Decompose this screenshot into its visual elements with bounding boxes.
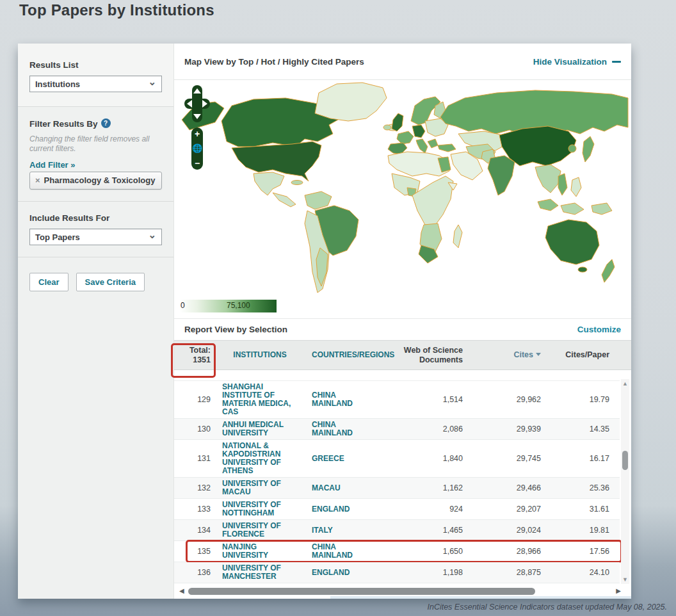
documents-cell: 1,840 — [395, 454, 465, 463]
cites-per-paper-cell: 14.35 — [549, 425, 618, 434]
customize-link[interactable]: Customize — [577, 325, 621, 334]
table-row[interactable]: 134 UNIVERSITY OF FLORENCE ITALY 1,465 2… — [174, 520, 620, 541]
chevron-down-icon: ⌄ — [148, 79, 156, 85]
results-list-value: Institutions — [35, 79, 80, 89]
country-link[interactable]: MACAU — [312, 484, 395, 492]
country-link[interactable]: GREECE — [312, 455, 395, 463]
country-link[interactable]: CHINA MAINLAND — [312, 421, 395, 437]
rank-cell: 131 — [174, 454, 222, 463]
country-link[interactable]: CHINA MAINLAND — [312, 543, 395, 560]
include-results-value: Top Papers — [35, 232, 80, 242]
table-row[interactable]: 135 NANJING UNIVERSITY CHINA MAINLAND 1,… — [174, 541, 620, 562]
results-table-body: 129 SHANGHAI INSTITUTE OF MATERIA MEDICA… — [174, 370, 620, 583]
hide-visualization-link[interactable]: Hide Visualization — [533, 57, 621, 67]
remove-filter-icon[interactable]: × — [35, 175, 40, 185]
pan-right-icon[interactable] — [202, 100, 207, 108]
report-view-header: Report View by Selection Customize — [174, 318, 631, 340]
globe-icon[interactable]: 🌐 — [192, 144, 202, 153]
country-link[interactable]: ENGLAND — [312, 505, 395, 514]
sort-descending-icon — [536, 353, 541, 356]
filter-tag-label: Pharmacology & Toxicology — [44, 175, 156, 185]
dataset-update-note: InCites Essential Science Indicators dat… — [427, 603, 667, 612]
minus-icon — [612, 61, 621, 63]
rank-cell: 133 — [174, 505, 222, 514]
help-icon[interactable]: ? — [101, 118, 111, 128]
documents-cell: 2,086 — [395, 425, 465, 434]
column-header-documents[interactable]: Web of ScienceDocuments — [395, 346, 465, 365]
institution-link[interactable]: UNIVERSITY OF FLORENCE — [222, 522, 312, 539]
cites-cell: 29,939 — [465, 425, 549, 434]
add-filter-link[interactable]: Add Filter » — [29, 160, 162, 170]
column-header-institutions[interactable]: Institutions — [222, 351, 312, 359]
cites-per-paper-cell: 25.36 — [549, 483, 618, 492]
institution-link[interactable]: ANHUI MEDICAL UNIVERSITY — [222, 421, 312, 437]
sidebar: Results List Institutions ⌄ Filter Resul… — [18, 44, 174, 599]
filter-tag-pharmacology[interactable]: × Pharmacology & Toxicology — [29, 172, 162, 190]
actions-section: Clear Save Criteria — [18, 257, 173, 303]
cites-per-paper-cell: 24.10 — [549, 568, 618, 577]
documents-cell: 1,465 — [395, 526, 465, 535]
table-row[interactable]: 132 UNIVERSITY OF MACAU MACAU 1,162 29,4… — [174, 478, 620, 499]
documents-cell: 1,650 — [395, 547, 465, 556]
rank-cell: 132 — [174, 483, 222, 492]
table-header-row: Total: 1351 Institutions Countries/Regio… — [174, 340, 631, 370]
country-link[interactable]: ITALY — [312, 526, 395, 535]
column-header-countries[interactable]: Countries/Regions — [312, 351, 395, 359]
documents-cell: 1,514 — [395, 395, 465, 404]
country-link[interactable]: ENGLAND — [312, 569, 395, 577]
horizontal-scroll-thumb[interactable] — [188, 588, 535, 595]
vertical-scrollbar[interactable]: ▲ ▼ — [621, 379, 629, 584]
table-row[interactable]: 136 UNIVERSITY OF MANCHESTER ENGLAND 1,1… — [174, 562, 620, 583]
institution-link[interactable]: UNIVERSITY OF MACAU — [222, 480, 312, 496]
cites-cell: 29,466 — [465, 483, 549, 492]
country-link[interactable]: CHINA MAINLAND — [312, 391, 395, 408]
include-results-dropdown[interactable]: Top Papers ⌄ — [29, 229, 162, 245]
zoom-in-icon[interactable]: + — [195, 129, 200, 138]
table-row[interactable]: 131 NATIONAL & KAPODISTRIAN UNIVERSITY O… — [174, 440, 620, 478]
institution-link[interactable]: NATIONAL & KAPODISTRIAN UNIVERSITY OF AT… — [222, 442, 312, 475]
page-title: Top Papers by Institutions — [19, 1, 214, 19]
rank-cell: 135 — [174, 547, 222, 556]
cites-cell: 29,024 — [465, 526, 549, 535]
column-header-cites[interactable]: Cites — [465, 350, 549, 360]
results-list-dropdown[interactable]: Institutions ⌄ — [29, 76, 162, 92]
results-list-label: Results List — [29, 60, 162, 70]
institution-link[interactable]: UNIVERSITY OF NOTTINGHAM — [222, 501, 312, 517]
table-spacer — [174, 370, 620, 381]
pan-up-icon[interactable] — [193, 88, 201, 93]
scroll-down-icon[interactable]: ▼ — [621, 576, 629, 583]
table-row[interactable]: 129 SHANGHAI INSTITUTE OF MATERIA MEDICA… — [174, 381, 620, 419]
content-panel: Results List Institutions ⌄ Filter Resul… — [18, 44, 631, 599]
column-header-cites-per-paper[interactable]: Cites/Paper — [549, 350, 618, 360]
cites-per-paper-cell: 19.79 — [549, 395, 618, 404]
documents-cell: 1,198 — [395, 568, 465, 577]
map-zoom-control: + 🌐 − — [191, 127, 203, 170]
scroll-up-icon[interactable]: ▲ — [621, 380, 629, 387]
vertical-scroll-thumb[interactable] — [622, 451, 628, 470]
cites-per-paper-cell: 19.81 — [549, 526, 618, 535]
pan-left-icon[interactable] — [187, 100, 192, 108]
institution-link[interactable]: NANJING UNIVERSITY — [222, 543, 312, 560]
total-label: Total: — [174, 346, 211, 355]
world-map[interactable] — [177, 80, 629, 298]
table-row[interactable]: 133 UNIVERSITY OF NOTTINGHAM ENGLAND 924… — [174, 499, 620, 520]
cites-per-paper-cell: 16.17 — [549, 454, 618, 463]
filter-note: Changing the filter field removes all cu… — [29, 134, 162, 154]
zoom-out-icon[interactable]: − — [195, 159, 200, 168]
institution-link[interactable]: UNIVERSITY OF MANCHESTER — [222, 564, 312, 581]
clear-button[interactable]: Clear — [29, 273, 68, 291]
horizontal-scrollbar[interactable]: ◀ ▶ — [179, 587, 621, 596]
rank-cell: 134 — [174, 526, 222, 535]
world-map-region[interactable]: + 🌐 − — [174, 80, 631, 298]
scroll-left-icon[interactable]: ◀ — [179, 587, 184, 594]
rank-cell: 130 — [174, 425, 222, 434]
rank-cell: 136 — [174, 568, 222, 577]
save-criteria-button[interactable]: Save Criteria — [76, 273, 145, 291]
table-row[interactable]: 130 ANHUI MEDICAL UNIVERSITY CHINA MAINL… — [174, 419, 620, 440]
pan-down-icon[interactable] — [193, 114, 201, 119]
total-header-cell: Total: 1351 — [174, 346, 222, 365]
institution-link[interactable]: SHANGHAI INSTITUTE OF MATERIA MEDICA, CA… — [222, 383, 312, 416]
chevron-down-icon: ⌄ — [148, 232, 156, 238]
map-pan-control[interactable] — [184, 85, 210, 122]
scroll-right-icon[interactable]: ▶ — [616, 587, 621, 594]
